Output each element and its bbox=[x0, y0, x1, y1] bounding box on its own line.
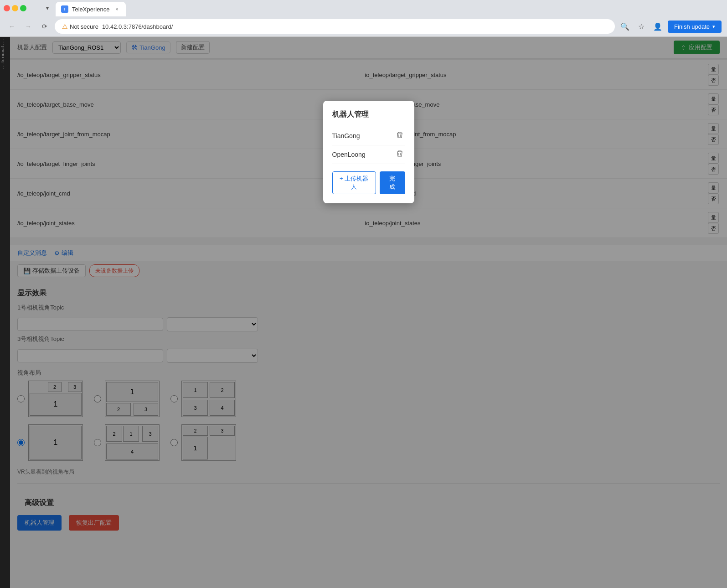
address-bar-actions: 🔍 ☆ 👤 Finish update ▾ bbox=[619, 20, 722, 33]
trash-icon bbox=[396, 150, 403, 157]
tab-dropdown-button[interactable]: ▾ bbox=[41, 2, 54, 15]
forward-button[interactable]: → bbox=[22, 20, 35, 33]
window-maximize-button[interactable] bbox=[20, 5, 26, 11]
search-button[interactable]: 🔍 bbox=[619, 20, 631, 33]
delete-tiangong-button[interactable] bbox=[394, 130, 405, 141]
address-text: 10.42.0.3:7876/dashboard/ bbox=[102, 23, 173, 30]
profile-button[interactable]: 👤 bbox=[651, 20, 664, 33]
dropdown-arrow-icon: ▾ bbox=[712, 24, 715, 30]
not-secure-label: Not secure bbox=[70, 23, 98, 30]
upload-robot-button[interactable]: + 上传机器人 bbox=[332, 171, 376, 194]
modal-title: 机器人管理 bbox=[332, 110, 405, 119]
security-indicator: ⚠ Not secure bbox=[62, 23, 98, 30]
finish-update-label: Finish update bbox=[674, 23, 710, 30]
refresh-button[interactable]: ⟳ bbox=[38, 20, 51, 33]
robot-list-item-1: TianGong bbox=[332, 127, 405, 145]
finish-update-button[interactable]: Finish update ▾ bbox=[668, 21, 722, 33]
robot-name-openloong: OpenLoong bbox=[332, 151, 366, 158]
bookmark-button[interactable]: ☆ bbox=[635, 20, 648, 33]
address-input-container[interactable]: ⚠ Not secure 10.42.0.3:7876/dashboard/ bbox=[55, 19, 615, 34]
tab-title: TeleXperience bbox=[72, 6, 109, 13]
back-button[interactable]: ← bbox=[5, 20, 18, 33]
modal-done-button[interactable]: 完成 bbox=[380, 171, 405, 194]
active-tab[interactable]: T TeleXperience × bbox=[56, 2, 126, 16]
trash-icon bbox=[396, 131, 403, 139]
tab-favicon: T bbox=[61, 5, 68, 13]
main-content: ...terminal... 机器人配置 TianGong_ROS1 🛠 Tia… bbox=[0, 37, 727, 588]
window-close-button[interactable] bbox=[4, 5, 10, 11]
tab-close-button[interactable]: × bbox=[113, 5, 120, 13]
robot-management-modal: 机器人管理 TianGong OpenLoong bbox=[323, 101, 414, 203]
window-minimize-button[interactable] bbox=[12, 5, 18, 11]
robot-name-tiangong: TianGong bbox=[332, 132, 360, 139]
address-bar: ← → ⟳ ⚠ Not secure 10.42.0.3:7876/dashbo… bbox=[0, 16, 727, 36]
robot-list: TianGong OpenLoong bbox=[332, 127, 405, 164]
window-controls bbox=[4, 5, 26, 11]
terminal-sidebar: ...terminal... bbox=[0, 37, 10, 588]
modal-footer: + 上传机器人 完成 bbox=[332, 171, 405, 194]
tab-bar: ▾ T TeleXperience × bbox=[0, 0, 727, 16]
modal-overlay: 机器人管理 TianGong OpenLoong bbox=[10, 37, 727, 588]
page-area: 机器人配置 TianGong_ROS1 🛠 TianGong 新建配置 ⇧ 应用… bbox=[10, 37, 727, 588]
warning-icon: ⚠ bbox=[62, 23, 68, 30]
browser-chrome: ▾ T TeleXperience × ← → ⟳ ⚠ Not secure 1… bbox=[0, 0, 727, 37]
delete-openloong-button[interactable] bbox=[394, 149, 405, 160]
robot-list-item-2: OpenLoong bbox=[332, 145, 405, 164]
